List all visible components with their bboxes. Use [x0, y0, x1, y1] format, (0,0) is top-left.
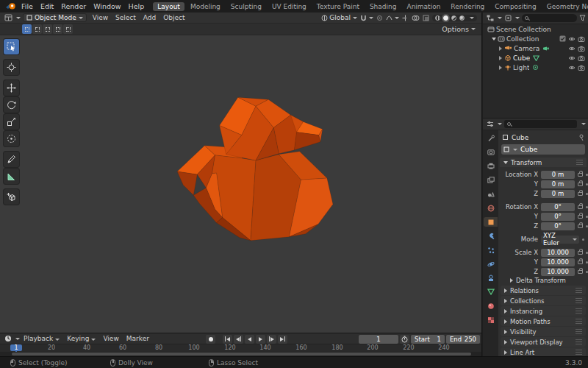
current-frame-field[interactable]: 1 — [359, 335, 398, 344]
panel-relations[interactable]: Relations — [501, 286, 586, 295]
outliner-search-input[interactable] — [522, 14, 577, 22]
hide-eye-icon[interactable] — [568, 36, 576, 42]
playhead-marker[interactable]: 1 — [10, 344, 22, 351]
tool-select-box[interactable] — [4, 39, 19, 54]
tab-constraints[interactable] — [484, 273, 498, 283]
collapsed-caret-icon[interactable] — [499, 56, 502, 60]
snap-toggle[interactable] — [360, 15, 373, 21]
tool-scale[interactable] — [4, 114, 19, 130]
lock-icon[interactable] — [578, 215, 583, 219]
lock-icon[interactable] — [578, 251, 583, 255]
snap-chevron[interactable] — [369, 17, 373, 19]
lock-icon[interactable] — [578, 261, 583, 264]
tab-shading[interactable]: Shading — [365, 2, 401, 11]
scale-z-field[interactable]: 10.000 — [541, 268, 575, 276]
tool-transform[interactable] — [4, 131, 19, 146]
outliner-row-light[interactable]: Light — [483, 63, 588, 72]
timeline-menu-playback[interactable]: Playback — [20, 335, 63, 342]
animate-dot-icon[interactable] — [582, 238, 584, 241]
panel-line-art[interactable]: Line Art — [501, 347, 586, 356]
tab-object-data[interactable] — [484, 287, 498, 297]
viewport-menu-select[interactable]: Select — [112, 14, 140, 21]
panel-drag-grip[interactable] — [576, 350, 582, 355]
options-dropdown[interactable]: Options — [442, 25, 476, 33]
checkbox-icon[interactable] — [559, 35, 566, 42]
menu-help[interactable]: Help — [125, 2, 148, 10]
transform-panel-header[interactable]: Transform — [500, 158, 587, 167]
outliner-row-camera[interactable]: Camera — [483, 43, 588, 53]
scale-y-field[interactable]: 10.000 — [541, 258, 575, 266]
play-button[interactable] — [256, 335, 265, 344]
tool-measure[interactable] — [4, 169, 19, 184]
xray-toggle[interactable] — [423, 15, 429, 21]
preview-range-button[interactable] — [400, 335, 409, 344]
tool-cursor[interactable] — [4, 60, 19, 75]
panel-motion-paths[interactable]: Motion Paths — [501, 316, 586, 326]
select-mode-subtract-button[interactable] — [43, 24, 52, 34]
display-mode-chevron[interactable] — [515, 17, 520, 19]
breadcrumb-object[interactable]: Cube — [512, 134, 528, 141]
tool-rotate[interactable] — [4, 97, 19, 113]
play-reverse-button[interactable] — [245, 335, 254, 344]
mode-dropdown[interactable]: Object Mode — [23, 13, 87, 22]
end-frame-field[interactable]: End 250 — [446, 335, 480, 344]
disable-render-camera-icon[interactable] — [578, 36, 585, 42]
tab-physics[interactable] — [484, 259, 498, 269]
delta-transform-subpanel[interactable]: Delta Transform — [500, 276, 587, 285]
properties-filter-chevron[interactable] — [581, 123, 586, 125]
shading-wireframe-button[interactable] — [435, 15, 440, 21]
editor-type-icon[interactable] — [4, 14, 12, 21]
viewport-menu-add[interactable]: Add — [140, 14, 159, 21]
menu-window[interactable]: Window — [90, 2, 124, 10]
tab-compositing[interactable]: Compositing — [490, 2, 540, 11]
tab-layout[interactable]: Layout — [153, 2, 184, 11]
timeline-ruler[interactable]: 20 40 60 80 100 120 140 160 180 200 220 … — [0, 344, 481, 352]
tab-object[interactable] — [484, 217, 498, 227]
select-mode-extend-button[interactable] — [32, 24, 42, 34]
scale-x-field[interactable]: 10.000 — [541, 249, 575, 257]
panel-drag-grip[interactable] — [576, 160, 583, 165]
timeline-menu-marker[interactable]: Marker — [123, 335, 153, 342]
jump-to-start-button[interactable] — [223, 335, 232, 344]
panel-drag-grip[interactable] — [576, 339, 582, 344]
timeline-menu-keying[interactable]: Keying — [63, 335, 99, 342]
editor-type-chevron[interactable] — [16, 17, 21, 19]
menu-edit[interactable]: Edit — [37, 2, 57, 10]
rotation-mode-dropdown[interactable]: XYZ Euler — [541, 236, 579, 244]
lock-icon[interactable] — [578, 183, 583, 186]
tab-uv-editing[interactable]: UV Editing — [268, 2, 311, 11]
pin-icon[interactable] — [578, 134, 584, 141]
next-keyframe-button[interactable] — [267, 335, 276, 344]
3d-viewport[interactable]: Object Mode View Select Add Object Globa… — [0, 13, 482, 333]
show-gizmo-toggle[interactable] — [402, 15, 409, 21]
outliner-editor-chevron[interactable] — [498, 17, 502, 19]
rotation-y-field[interactable]: 0° — [541, 213, 575, 221]
menu-file[interactable]: File — [18, 2, 37, 10]
collapsed-caret-icon[interactable] — [499, 66, 502, 70]
timeline-menu-view[interactable]: View — [99, 335, 122, 342]
properties-editor-chevron[interactable] — [498, 123, 502, 125]
select-mode-invert-button[interactable] — [53, 24, 62, 34]
outliner-row-cube[interactable]: Cube — [483, 53, 588, 63]
shading-rendered-button[interactable] — [459, 15, 465, 21]
shading-options-chevron[interactable] — [470, 17, 474, 19]
tab-particles[interactable] — [484, 245, 498, 255]
tab-world[interactable] — [484, 203, 498, 213]
timeline-scrollbar-handle[interactable] — [12, 353, 471, 355]
outliner-row-collection[interactable]: Collection — [483, 34, 588, 43]
tab-geometry-nodes[interactable]: Geometry Nodes — [542, 2, 588, 11]
jump-to-end-button[interactable] — [278, 335, 287, 344]
panel-visibility[interactable]: Visibility — [501, 327, 586, 336]
collapsed-caret-icon[interactable] — [499, 46, 502, 51]
tab-view-layer[interactable] — [484, 175, 498, 185]
display-mode-icon[interactable] — [505, 15, 512, 21]
shading-solid-button[interactable] — [443, 15, 448, 21]
properties-editor-icon[interactable] — [487, 121, 494, 127]
shading-material-button[interactable] — [451, 15, 456, 21]
timeline-editor-icon[interactable] — [4, 335, 12, 342]
show-overlays-toggle[interactable] — [412, 15, 420, 21]
transform-orientation-dropdown[interactable]: Global — [321, 14, 357, 21]
hide-eye-icon[interactable] — [568, 55, 576, 61]
rotation-z-field[interactable]: 0° — [541, 222, 575, 230]
location-y-field[interactable]: 0 m — [541, 180, 575, 188]
